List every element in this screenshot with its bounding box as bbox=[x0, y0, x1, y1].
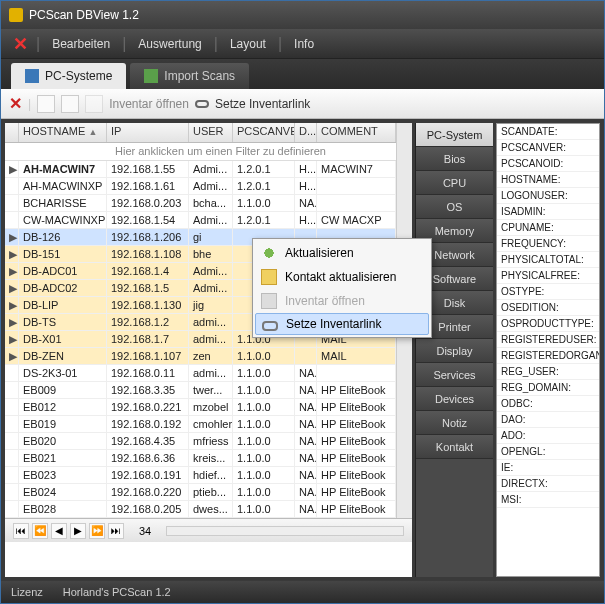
table-row[interactable]: EB020192.168.4.35mfriess1.1.0.0NA...HP E… bbox=[5, 433, 396, 450]
col-comment[interactable]: COMMENT bbox=[317, 123, 396, 142]
toolbar-btn-1[interactable] bbox=[37, 95, 55, 113]
titlebar: PCScan DBView 1.2 bbox=[1, 1, 604, 29]
statusbar: Lizenz Horland's PCScan 1.2 bbox=[1, 581, 604, 603]
set-inventory-link[interactable]: Setze Inventarlink bbox=[215, 97, 310, 111]
property-panel: SCANDATE:PCSCANVER:PCSCANOID:HOSTNAME:LO… bbox=[496, 123, 600, 577]
sidetab-pc-system[interactable]: PC-System bbox=[416, 123, 493, 147]
sidetab-devices[interactable]: Devices bbox=[416, 387, 493, 411]
delete-icon[interactable]: ✕ bbox=[9, 94, 22, 113]
toolbar: ✕ | Inventar öffnen Setze Inventarlink bbox=[1, 89, 604, 119]
grid-header[interactable]: HOSTNAME ▲ IP USER PCSCANVER D... COMMEN… bbox=[5, 123, 396, 143]
status-product: Horland's PCScan 1.2 bbox=[63, 586, 171, 598]
tab-label: Import Scans bbox=[164, 69, 235, 83]
property-row: FREQUENCY: bbox=[497, 236, 599, 252]
contact-icon bbox=[261, 269, 277, 285]
property-row: DIRECTX: bbox=[497, 476, 599, 492]
nav-first[interactable]: ⏮ bbox=[13, 523, 29, 539]
data-grid: HOSTNAME ▲ IP USER PCSCANVER D... COMMEN… bbox=[5, 123, 412, 577]
filter-row[interactable]: Hier anklicken um einen Filter zu defini… bbox=[5, 143, 396, 161]
context-link[interactable]: Setze Inventarlink bbox=[255, 313, 429, 335]
toolbar-btn-2[interactable] bbox=[61, 95, 79, 113]
status-lizenz: Lizenz bbox=[11, 586, 43, 598]
table-row[interactable]: EB009192.168.3.35twer...1.1.0.0NA...HP E… bbox=[5, 382, 396, 399]
menu-auswertung[interactable]: Auswertung bbox=[128, 33, 211, 55]
property-row: REGISTEREDUSER: bbox=[497, 332, 599, 348]
property-row: PCSCANVER: bbox=[497, 140, 599, 156]
table-row[interactable]: DS-2K3-01192.168.0.11admi...1.1.0.0NA... bbox=[5, 365, 396, 382]
property-row: OSEDITION: bbox=[497, 300, 599, 316]
table-row[interactable]: AH-MACWINXP192.168.1.61Admi...1.2.0.1H..… bbox=[5, 178, 396, 195]
side-tabs: PC-SystemBiosCPUOSMemoryNetworkSoftwareD… bbox=[415, 123, 493, 577]
property-row: IE: bbox=[497, 460, 599, 476]
property-row: ADO: bbox=[497, 428, 599, 444]
property-row: REG_USER: bbox=[497, 364, 599, 380]
nav-nextpage[interactable]: ⏩ bbox=[89, 523, 105, 539]
col-pcscanver[interactable]: PCSCANVER bbox=[233, 123, 295, 142]
horizontal-scrollbar[interactable] bbox=[166, 526, 404, 536]
nav-next[interactable]: ▶ bbox=[70, 523, 86, 539]
tab-pc-systeme[interactable]: PC-Systeme bbox=[11, 63, 126, 89]
tabbar: PC-Systeme Import Scans bbox=[1, 59, 604, 89]
table-row[interactable]: EB024192.168.0.220ptieb...1.1.0.0NA...HP… bbox=[5, 484, 396, 501]
table-row[interactable]: BCHARISSE192.168.0.203bcha...1.1.0.0NA..… bbox=[5, 195, 396, 212]
table-row[interactable]: EB021192.168.6.36kreis...1.1.0.0NA...HP … bbox=[5, 450, 396, 467]
table-row[interactable]: EB019192.168.0.192cmohler1.1.0.0NA...HP … bbox=[5, 416, 396, 433]
property-row: DAO: bbox=[497, 412, 599, 428]
menu-info[interactable]: Info bbox=[284, 33, 324, 55]
sidetab-notiz[interactable]: Notiz bbox=[416, 411, 493, 435]
app-icon bbox=[9, 8, 23, 22]
menu-bearbeiten[interactable]: Bearbeiten bbox=[42, 33, 120, 55]
link-icon bbox=[262, 321, 278, 331]
property-row: MSI: bbox=[497, 492, 599, 508]
nav-prevpage[interactable]: ⏪ bbox=[32, 523, 48, 539]
sidetab-bios[interactable]: Bios bbox=[416, 147, 493, 171]
property-row: CPUNAME: bbox=[497, 220, 599, 236]
table-row[interactable]: ▶DB-ZEN192.168.1.107zen1.1.0.0MAIL bbox=[5, 348, 396, 365]
property-row: PHYSICALTOTAL: bbox=[497, 252, 599, 268]
inv-icon bbox=[261, 293, 277, 309]
table-row[interactable]: EB023192.168.0.191hdief...1.1.0.0NA...HP… bbox=[5, 467, 396, 484]
property-row: OPENGL: bbox=[497, 444, 599, 460]
table-row[interactable]: EB012192.168.0.221mzobel1.1.0.0NA...HP E… bbox=[5, 399, 396, 416]
nav-prev[interactable]: ◀ bbox=[51, 523, 67, 539]
sidetab-services[interactable]: Services bbox=[416, 363, 493, 387]
refresh-icon bbox=[261, 245, 277, 261]
property-row: HOSTNAME: bbox=[497, 172, 599, 188]
property-row: LOGONUSER: bbox=[497, 188, 599, 204]
col-hostname[interactable]: HOSTNAME bbox=[23, 125, 85, 137]
tab-import-scans[interactable]: Import Scans bbox=[130, 63, 249, 89]
property-row: PHYSICALFREE: bbox=[497, 268, 599, 284]
sidetab-display[interactable]: Display bbox=[416, 339, 493, 363]
sidetab-kontakt[interactable]: Kontakt bbox=[416, 435, 493, 459]
tab-label: PC-Systeme bbox=[45, 69, 112, 83]
property-row: OSTYPE: bbox=[497, 284, 599, 300]
property-row: OSPRODUCTTYPE: bbox=[497, 316, 599, 332]
menubar: ✕ | Bearbeiten| Auswertung| Layout| Info bbox=[1, 29, 604, 59]
table-row[interactable]: ▶AH-MACWIN7192.168.1.55Admi...1.2.0.1H..… bbox=[5, 161, 396, 178]
pc-icon bbox=[25, 69, 39, 83]
property-row: REG_DOMAIN: bbox=[497, 380, 599, 396]
property-row: SCANDATE: bbox=[497, 124, 599, 140]
table-row[interactable]: EB028192.168.0.205dwes...1.1.0.0NA...HP … bbox=[5, 501, 396, 518]
context-contact[interactable]: Kontakt aktualisieren bbox=[255, 265, 429, 289]
table-row[interactable]: CW-MACWINXP192.168.1.54Admi...1.2.0.1H..… bbox=[5, 212, 396, 229]
col-user[interactable]: USER bbox=[189, 123, 233, 142]
sidetab-cpu[interactable]: CPU bbox=[416, 171, 493, 195]
import-icon bbox=[144, 69, 158, 83]
navigator: ⏮ ⏪ ◀ ▶ ⏩ ⏭ 34 bbox=[5, 518, 412, 542]
col-d[interactable]: D... bbox=[295, 123, 317, 142]
col-ip[interactable]: IP bbox=[107, 123, 189, 142]
toolbar-btn-3[interactable] bbox=[85, 95, 103, 113]
property-row: PCSCANOID: bbox=[497, 156, 599, 172]
menu-layout[interactable]: Layout bbox=[220, 33, 276, 55]
property-row: ISADMIN: bbox=[497, 204, 599, 220]
inventory-open-label: Inventar öffnen bbox=[109, 97, 189, 111]
window-title: PCScan DBView 1.2 bbox=[29, 8, 139, 22]
context-inv: Inventar öffnen bbox=[255, 289, 429, 313]
context-refresh[interactable]: Aktualisieren bbox=[255, 241, 429, 265]
sidetab-os[interactable]: OS bbox=[416, 195, 493, 219]
property-row: ODBC: bbox=[497, 396, 599, 412]
record-count: 34 bbox=[139, 525, 151, 537]
nav-last[interactable]: ⏭ bbox=[108, 523, 124, 539]
close-icon[interactable]: ✕ bbox=[7, 33, 34, 55]
